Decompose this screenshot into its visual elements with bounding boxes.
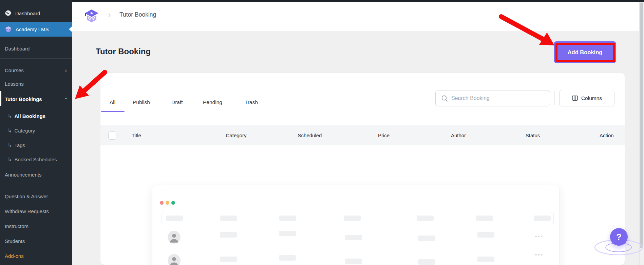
skeleton-block	[166, 216, 183, 221]
tab-publish[interactable]: Publish	[133, 99, 150, 105]
submenu-arrow-icon: ↳	[7, 113, 12, 119]
sidebar-item-label: Tags	[14, 142, 25, 148]
search-icon	[441, 95, 448, 103]
sidebar-item-courses[interactable]: Courses ›	[0, 64, 72, 76]
sidebar-item-booked-schedules[interactable]: ↳ Booked Schedules	[0, 154, 72, 165]
skeleton-block	[417, 216, 434, 221]
active-tab-underline	[101, 111, 125, 112]
sidebar-item-label: Dashboard	[5, 46, 30, 52]
avatar	[168, 231, 181, 244]
toolbar-divider	[554, 91, 555, 105]
tab-draft[interactable]: Draft	[171, 99, 183, 105]
sidebar-item-instructors[interactable]: Instructors	[0, 220, 72, 232]
sidebar-item-withdraw-requests[interactable]: Withdraw Requests	[0, 205, 72, 217]
sidebar-item-label: Lessons	[5, 81, 24, 87]
sidebar-item-label: Announcements	[5, 172, 41, 178]
skeleton-dot-amber	[166, 201, 169, 205]
sidebar-item-label: Withdraw Requests	[5, 208, 49, 214]
breadcrumb-chevron-icon: ›	[108, 9, 111, 20]
app-window: Dashboard Academy LMS Dashboard Courses …	[0, 0, 644, 265]
columns-button-label: Columns	[581, 95, 602, 101]
skeleton-block	[279, 216, 296, 221]
sidebar-item-label: Booked Schedules	[14, 157, 57, 162]
tab-pending[interactable]: Pending	[203, 99, 222, 105]
sidebar-item-lessons[interactable]: Lessons	[0, 78, 72, 89]
sidebar-item-label: Students	[5, 238, 25, 244]
submenu-arrow-icon: ↳	[7, 142, 12, 148]
row-actions-icon: •••	[535, 252, 544, 258]
sidebar-item-students[interactable]: Students	[0, 235, 72, 247]
sidebar-item-question-answer[interactable]: Question & Answer	[0, 190, 72, 202]
sidebar-item-category[interactable]: ↳ Category	[0, 125, 72, 136]
window-top-strip	[0, 0, 644, 2]
skeleton-block	[476, 216, 493, 221]
columns-button[interactable]: Columns	[559, 90, 614, 106]
add-booking-button[interactable]: Add Booking	[554, 41, 616, 63]
breadcrumb: Tutor Booking	[119, 11, 156, 18]
sidebar-item-label: Academy LMS	[16, 26, 49, 32]
sidebar-item-all-bookings[interactable]: ↳ All Bookings	[0, 110, 72, 121]
graduation-cap-icon	[5, 26, 12, 33]
sidebar-item-tutor-bookings[interactable]: Tutor Bookings ›	[0, 92, 72, 106]
search-input[interactable]	[451, 91, 546, 106]
header-bar	[72, 2, 639, 31]
sidebar-item-label: Question & Answer	[5, 193, 48, 199]
submenu-arrow-icon: ↳	[7, 127, 12, 134]
sidebar-item-add-ons[interactable]: Add-ons	[0, 250, 72, 262]
column-header-action: Action	[600, 132, 619, 138]
page-title: Tutor Booking	[96, 47, 151, 56]
help-button[interactable]: ?	[610, 228, 628, 246]
skeleton-block	[345, 259, 362, 264]
sidebar-item-announcements[interactable]: Announcements	[0, 169, 72, 180]
sidebar-item-label: Courses	[5, 67, 24, 73]
empty-state-skeleton: ••• •••	[152, 185, 560, 265]
skeleton-block	[220, 216, 237, 221]
skeleton-block	[418, 259, 435, 265]
column-header-author: Author	[447, 132, 470, 138]
sidebar-item-label: Category	[14, 128, 35, 134]
sidebar-item-label: Instructors	[5, 223, 29, 229]
scrollbar-thumb[interactable]	[640, 2, 643, 248]
skeleton-header-row	[162, 212, 554, 224]
active-item-bar	[0, 91, 1, 106]
sidebar-item-tags[interactable]: ↳ Tags	[0, 140, 72, 150]
bookings-panel: All Publish Draft Pending Trash Columns …	[100, 73, 625, 265]
skeleton-block	[344, 216, 361, 221]
tabs-divider	[100, 112, 625, 112]
columns-icon	[572, 95, 578, 101]
active-menu-arrow	[69, 26, 72, 32]
skeleton-block	[477, 257, 494, 262]
skeleton-block	[220, 257, 237, 262]
skeleton-block	[418, 236, 435, 241]
skeleton-block	[279, 255, 296, 261]
row-actions-icon: •••	[535, 233, 544, 239]
academy-lms-logo[interactable]	[84, 8, 99, 25]
help-button-label: ?	[616, 232, 621, 242]
skeleton-block	[534, 216, 551, 221]
skeleton-dot-red	[160, 201, 164, 205]
sidebar-item-dashboard[interactable]: Dashboard	[0, 43, 72, 54]
sidebar-item-label: All Bookings	[14, 113, 45, 119]
column-header-price: Price	[372, 132, 396, 138]
sidebar-divider	[0, 184, 72, 184]
skeleton-block	[345, 235, 362, 240]
sidebar-item-academy-lms[interactable]: Academy LMS	[0, 22, 72, 37]
submenu-arrow-icon: ↳	[7, 156, 12, 163]
search-box	[435, 90, 550, 106]
sidebar-divider	[0, 58, 72, 59]
sidebar-item-label: Dashboard	[15, 11, 40, 16]
table-header-row: Title Category Scheduled Price Author St…	[100, 125, 625, 145]
sidebar-item-wp-dashboard[interactable]: Dashboard	[0, 7, 72, 20]
column-header-scheduled: Scheduled	[295, 132, 325, 138]
skeleton-block	[279, 231, 296, 236]
sidebar-item-label: Tutor Bookings	[5, 96, 42, 102]
gauge-icon	[5, 10, 12, 17]
skeleton-dot-green	[171, 201, 175, 205]
tab-all[interactable]: All	[110, 99, 115, 105]
skeleton-block	[220, 232, 237, 238]
chevron-right-icon: ›	[65, 67, 67, 74]
skeleton-block	[477, 232, 494, 238]
sidebar-item-label: Add-ons	[5, 253, 24, 259]
select-all-checkbox[interactable]	[108, 131, 116, 140]
tab-trash[interactable]: Trash	[245, 99, 258, 105]
